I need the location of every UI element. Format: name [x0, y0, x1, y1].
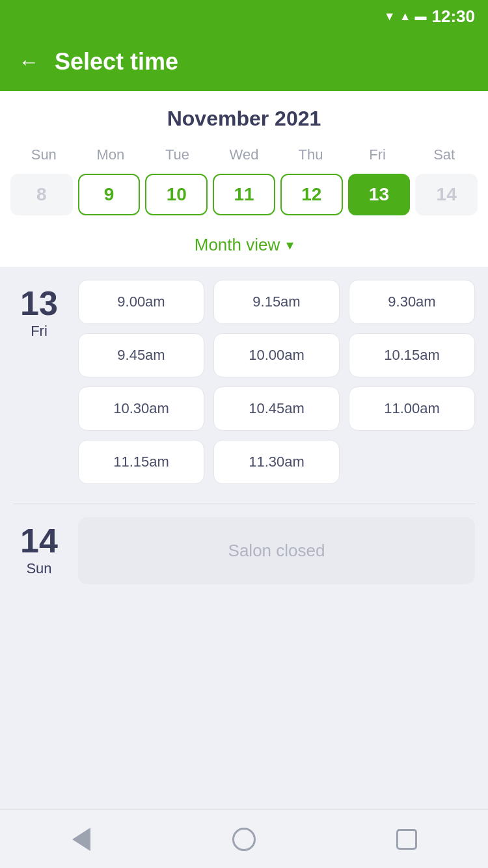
recents-nav-icon [396, 829, 417, 850]
month-view-label: Month view [195, 235, 280, 255]
status-time: 12:30 [432, 7, 476, 27]
date-13[interactable]: 13 [348, 174, 411, 215]
slot-1045am[interactable]: 10.45am [213, 387, 340, 431]
top-bar: ← Select time [0, 33, 488, 91]
home-nav-icon [232, 828, 256, 851]
weekday-wed: Wed [211, 144, 278, 166]
day-13-label: 13 Fri [13, 280, 65, 484]
day-14-label: 14 Sun [13, 517, 65, 584]
weekday-sat: Sat [411, 144, 478, 166]
page-title: Select time [55, 48, 178, 75]
slot-945am[interactable]: 9.45am [78, 333, 204, 377]
day-13-name: Fri [31, 323, 47, 340]
slot-1130am[interactable]: 11.30am [213, 440, 340, 484]
back-button[interactable]: ← [18, 51, 39, 72]
spacer [0, 617, 488, 809]
date-11[interactable]: 11 [213, 174, 275, 215]
slot-915am[interactable]: 9.15am [213, 280, 340, 324]
calendar-section: November 2021 Sun Mon Tue Wed Thu Fri Sa… [0, 91, 488, 267]
month-label: November 2021 [10, 107, 478, 131]
day-13-block: 13 Fri 9.00am 9.15am 9.30am 9.45am 10.00… [13, 280, 475, 484]
signal-icon: ▲ [400, 10, 411, 23]
day-14-block: 14 Sun Salon closed [13, 517, 475, 584]
battery-icon: ▬ [415, 10, 427, 23]
weekday-fri: Fri [344, 144, 411, 166]
date-10[interactable]: 10 [145, 174, 208, 215]
slot-1100am[interactable]: 11.00am [349, 387, 475, 431]
day-14-name: Sun [26, 560, 51, 577]
weekday-sun: Sun [10, 144, 77, 166]
time-slots-section: 13 Fri 9.00am 9.15am 9.30am 9.45am 10.00… [0, 267, 488, 617]
slot-1115am[interactable]: 11.15am [78, 440, 204, 484]
nav-home-button[interactable] [224, 820, 264, 859]
weekday-tue: Tue [144, 144, 211, 166]
day-13-number: 13 [20, 286, 58, 320]
nav-back-button[interactable] [62, 820, 101, 859]
bottom-nav [0, 809, 488, 868]
slot-1015am[interactable]: 10.15am [349, 333, 475, 377]
slot-900am[interactable]: 9.00am [78, 280, 204, 324]
closed-slots: Salon closed [78, 517, 475, 584]
date-14[interactable]: 14 [415, 174, 478, 215]
slot-1000am[interactable]: 10.00am [213, 333, 340, 377]
status-bar: ▼ ▲ ▬ 12:30 [0, 0, 488, 33]
weekday-thu: Thu [277, 144, 344, 166]
date-8[interactable]: 8 [10, 174, 73, 215]
slots-grid-13: 9.00am 9.15am 9.30am 9.45am 10.00am 10.1… [78, 280, 475, 484]
salon-closed-message: Salon closed [78, 517, 475, 584]
section-divider [13, 504, 475, 504]
weekday-row: Sun Mon Tue Wed Thu Fri Sat [10, 144, 478, 166]
date-12[interactable]: 12 [280, 174, 343, 215]
slot-1030am[interactable]: 10.30am [78, 387, 204, 431]
back-nav-icon [72, 828, 90, 851]
date-row: 8 9 10 11 12 13 14 [10, 174, 478, 215]
chevron-down-icon: ▾ [286, 237, 293, 254]
month-view-toggle[interactable]: Month view ▾ [10, 226, 478, 267]
day-14-number: 14 [20, 524, 58, 558]
date-9[interactable]: 9 [78, 174, 141, 215]
wifi-icon: ▼ [384, 10, 396, 23]
status-icons: ▼ ▲ ▬ [384, 10, 427, 23]
nav-recents-button[interactable] [387, 820, 426, 859]
slot-930am[interactable]: 9.30am [349, 280, 475, 324]
weekday-mon: Mon [77, 144, 144, 166]
